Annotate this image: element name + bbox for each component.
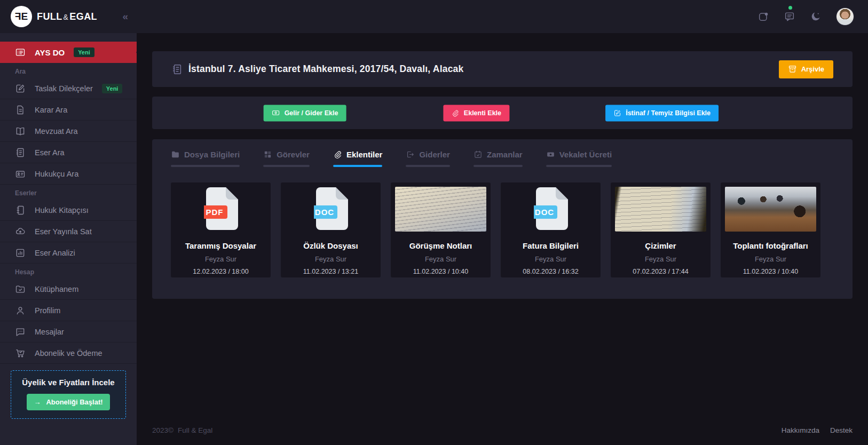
sidebar-item-mevzuat-ara[interactable]: Mevzuat Ara [0,121,137,142]
attachment-author: Feyza Sur [425,255,456,263]
new-badge: Yeni [74,47,94,57]
tab-vekalet-ucreti[interactable]: Vekalet Ücreti [546,150,612,167]
attachment-author: Feyza Sur [535,255,566,263]
notification-icon[interactable] [757,11,769,22]
attachment-card[interactable]: PDF Taranmış Dosyalar Feyza Sur 12.02.20… [171,182,271,277]
pencil-square-icon [15,83,26,94]
attachment-title: Çizimler [645,241,676,250]
tab-underline [263,165,310,167]
tab-underline [474,165,523,167]
attachment-author: Feyza Sur [205,255,236,263]
chart-icon [15,248,26,258]
sidebar: AYS DO Yeni Ara Taslak Dilekçeler Yeni K… [0,33,137,445]
book-icon [15,126,26,137]
banknote-icon [546,150,555,159]
sidebar-item-karar-ara[interactable]: Karar Ara [0,99,137,121]
user-icon [15,305,26,316]
sidebar-item-profilim[interactable]: Profilim [0,300,137,321]
sketch-photo-thumbnail [615,187,706,232]
tab-eklentiler[interactable]: Eklentiler [333,150,383,167]
calendar-check-icon [474,150,483,159]
arrow-right-icon: → [34,398,41,406]
id-card-icon [15,169,26,179]
attachment-date: 11.02.2023 / 10:40 [413,268,468,275]
attachment-author: Feyza Sur [645,255,676,263]
sidebar-section-hesap: Hesap [0,264,137,279]
tab-underline [406,165,450,167]
messages-icon[interactable] [784,11,795,22]
start-subscription-button[interactable]: → Aboneliği Başlat! [27,394,110,410]
attachment-card[interactable]: Çizimler Feyza Sur 07.02.2023 / 17:44 [611,182,711,277]
sidebar-item-eser-analizi[interactable]: Eser Analizi [0,242,137,264]
footer-link-destek[interactable]: Destek [830,426,853,434]
add-income-expense-button[interactable]: Gelir / Gider Ekle [264,105,346,121]
archive-box-icon [788,65,797,74]
brand: FE FULL&EGAL « [11,6,127,27]
add-attachment-button[interactable]: Eklenti Ekle [444,105,509,121]
case-header-panel: İstanbul 7. Asliye Ticaret Mahkemesi, 20… [152,51,853,87]
sidebar-item-hukuk-kitapcisi[interactable]: Hukuk Kitapçısı [0,200,137,221]
pdf-file-icon: PDF [171,182,271,235]
paperclip-icon [333,150,342,159]
tab-bar: Dosya Bilgileri Görevler Ekl [171,150,834,167]
sidebar-item-kutuphanem[interactable]: Kütüphanem [0,279,137,300]
add-appeal-info-button[interactable]: İstinaf / Temyiz Bilgisi Ekle [605,105,719,121]
sidebar-item-ays-do[interactable]: AYS DO Yeni [0,42,137,63]
footer-link-hakkimizda[interactable]: Hakkımızda [782,426,819,434]
attachment-title: Fatura Bilgileri [523,241,579,250]
document-list-icon [15,147,26,158]
form-list-icon [15,47,26,58]
folder-check-icon [15,284,26,295]
tab-giderler[interactable]: Giderler [406,150,450,167]
cart-icon [15,348,26,359]
promo-title: Üyelik ve Fiyatları İncele [17,378,120,387]
attachment-card[interactable]: DOC Fatura Bilgileri Feyza Sur 08.02.202… [501,182,601,277]
footer-links: Hakkımızda Destek [782,426,853,434]
edit-square-icon [613,109,621,117]
tab-zamanlar[interactable]: Zamanlar [474,150,523,167]
sidebar-section-eserler: Eserler [0,185,137,200]
attachment-card[interactable]: Toplantı fotoğrafları Feyza Sur 11.02.20… [721,182,820,277]
dark-mode-moon-icon[interactable] [810,11,822,22]
doc-file-icon: DOC [501,182,601,235]
grid-icon [263,150,272,159]
sidebar-item-mesajlar[interactable]: Mesajlar [0,321,137,343]
main-content: İstanbul 7. Asliye Ticaret Mahkemesi, 20… [137,33,868,445]
sidebar-item-taslak-dilekceler[interactable]: Taslak Dilekçeler Yeni [0,78,137,99]
attachment-title: Toplantı fotoğrafları [733,241,808,250]
chat-icon [15,327,26,337]
sidebar-item-abonelik-ve-odeme[interactable]: Abonelik ve Ödeme [0,343,137,364]
user-avatar[interactable] [836,7,854,26]
tab-dosya-bilgileri[interactable]: Dosya Bilgileri [171,150,240,167]
case-tabs-panel: Dosya Bilgileri Görevler Ekl [152,139,853,299]
sidebar-item-hukukcu-ara[interactable]: Hukukçu Ara [0,163,137,185]
topbar: FE FULL&EGAL « [0,0,868,33]
svg-text:PDF: PDF [206,208,223,217]
attachment-card[interactable]: Görüşme Notları Feyza Sur 11.02.2023 / 1… [391,182,491,277]
case-document-icon [171,63,183,75]
sidebar-collapse-button[interactable]: « [122,11,127,22]
svg-text:DOC: DOC [534,208,554,217]
attachment-date: 11.02.2023 / 10:40 [743,268,798,275]
tab-underline [171,165,240,167]
notebook-icon [15,205,26,216]
tab-gorevler[interactable]: Görevler [263,150,310,167]
brand-name: FULL&EGAL [37,11,97,22]
new-badge: Yeni [102,84,123,93]
sidebar-item-label: AYS DO [35,48,65,57]
tab-underline [546,165,612,167]
attachment-card[interactable]: DOC Özlük Dosyası Feyza Sur 11.02.2023 /… [281,182,381,277]
copyright: 2023©Full & Egal [152,426,212,434]
attachment-date: 08.02.2023 / 16:32 [523,268,578,275]
brand-logo[interactable]: FE [11,6,32,27]
sidebar-item-eser-ara[interactable]: Eser Ara [0,142,137,163]
attachment-title: Özlük Dosyası [303,241,358,250]
banknote-icon [272,109,280,117]
sidebar-item-eser-yayinla-sat[interactable]: Eser Yayınla Sat [0,221,137,242]
case-title: İstanbul 7. Asliye Ticaret Mahkemesi, 20… [188,63,463,75]
footer: 2023©Full & Egal Hakkımızda Destek [152,426,853,445]
archive-button[interactable]: Arşivle [779,60,833,78]
membership-promo-box: Üyelik ve Fiyatları İncele → Aboneliği B… [11,370,126,419]
attachment-title: Görüşme Notları [409,241,472,250]
attachments-grid: PDF Taranmış Dosyalar Feyza Sur 12.02.20… [171,182,834,277]
